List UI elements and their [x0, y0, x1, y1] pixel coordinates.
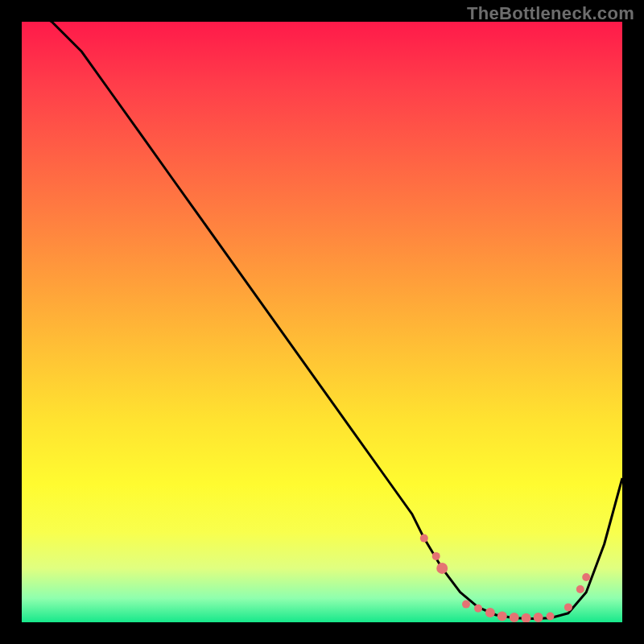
marker-dot: [564, 603, 572, 611]
marker-dot: [474, 605, 482, 613]
curve-line: [22, 22, 622, 619]
curve-layer: [22, 22, 622, 622]
marker-dot: [582, 573, 590, 581]
marker-dot: [522, 613, 531, 622]
marker-dot: [510, 613, 519, 622]
marker-dot: [576, 585, 584, 593]
bottleneck-curve: [22, 22, 622, 619]
marker-dot: [420, 535, 428, 543]
marker-dot: [534, 613, 543, 622]
chart-frame: TheBottleneck.com: [0, 0, 644, 644]
marker-dot: [547, 613, 555, 621]
marker-dot: [497, 612, 507, 621]
marker-dot: [462, 601, 470, 609]
marker-dot: [432, 552, 440, 560]
highlight-markers: [420, 535, 590, 622]
marker-dot: [485, 608, 495, 617]
plot-area: [22, 22, 622, 622]
marker-dot: [436, 563, 448, 574]
watermark-text: TheBottleneck.com: [467, 3, 634, 24]
